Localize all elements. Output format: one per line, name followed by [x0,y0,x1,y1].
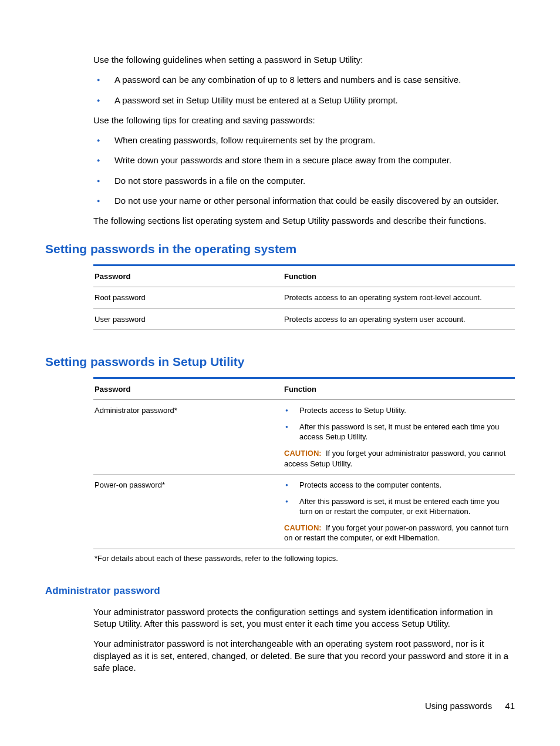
table-header-password: Password [93,378,283,400]
admin-paragraph-2: Your administrator password is not inter… [93,638,515,674]
table-row: Power-on password* Protects access to th… [93,475,515,549]
document-page: Use the following guidelines when settin… [0,0,560,674]
cell-password: Administrator password* [93,400,283,475]
caution-block: CAUTION: If you forget your power-on pas… [284,523,510,543]
administrator-password-heading: Administrator password [45,585,515,597]
list-item: After this password is set, it must be e… [284,496,510,517]
transition-paragraph: The following sections list operating sy… [93,215,515,227]
page-footer: Using passwords 41 [425,701,515,711]
setup-utility-passwords-table: Password Function Administrator password… [93,377,515,564]
cell-function: Protects access to the computer contents… [283,475,515,549]
cell-password: Power-on password* [93,475,283,549]
caution-label: CAUTION: [284,449,322,458]
list-item: Write down your passwords and store them… [93,154,515,166]
list-item: When creating passwords, follow requirem… [93,135,515,146]
caution-block: CAUTION: If you forget your administrato… [284,448,510,469]
cell-password: Root password [93,287,283,309]
table-footnote: *For details about each of these passwor… [93,549,515,565]
page-number: 41 [505,701,515,711]
list-item: Do not use your name or other personal i… [93,195,515,207]
admin-paragraph-1: Your administrator password protects the… [93,606,515,630]
list-item: Protects access to Setup Utility. [284,405,510,416]
table-row: User password Protects access to an oper… [93,308,515,330]
function-bullets: Protects access to Setup Utility. After … [284,405,510,442]
table-row: Root password Protects access to an oper… [93,287,515,309]
cell-function: Protects access to Setup Utility. After … [283,400,515,475]
tips-paragraph: Use the following tips for creating and … [93,115,515,126]
os-passwords-table: Password Function Root password Protects… [93,264,515,330]
table-header-function: Function [283,266,515,287]
function-bullets: Protects access to the computer contents… [284,480,510,517]
cell-function: Protects access to an operating system r… [283,287,515,309]
list-item: A password set in Setup Utility must be … [93,95,515,106]
caution-label: CAUTION: [284,523,322,532]
os-passwords-heading: Setting passwords in the operating syste… [45,242,515,256]
setup-utility-passwords-heading: Setting passwords in Setup Utility [45,355,515,369]
footer-section-title: Using passwords [425,701,492,711]
cell-password: User password [93,308,283,330]
list-item: A password can be any combination of up … [93,74,515,86]
list-item: Do not store passwords in a file on the … [93,175,515,187]
table-row: Administrator password* Protects access … [93,400,515,475]
cell-function: Protects access to an operating system u… [283,308,515,330]
list-item: After this password is set, it must be e… [284,422,510,442]
table-header-function: Function [283,378,515,400]
intro-paragraph: Use the following guidelines when settin… [93,54,515,66]
table-header-password: Password [93,266,283,287]
tips-list: When creating passwords, follow requirem… [93,135,515,207]
guidelines-list: A password can be any combination of up … [93,74,515,106]
list-item: Protects access to the computer contents… [284,480,510,490]
